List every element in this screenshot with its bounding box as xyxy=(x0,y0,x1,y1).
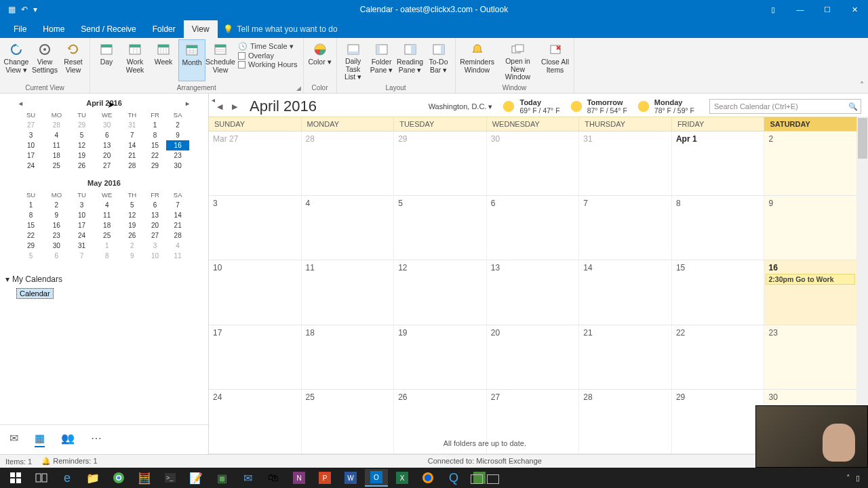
view-settings-button[interactable]: View Settings xyxy=(31,39,58,81)
mini-day[interactable]: 10 xyxy=(71,210,94,220)
mini-day[interactable]: 2 xyxy=(43,200,71,210)
mini-day[interactable]: 24 xyxy=(19,161,43,171)
mini-day[interactable]: 28 xyxy=(166,230,189,241)
day-cell[interactable]: 9 xyxy=(764,196,857,260)
more-nav-icon[interactable]: ⋯ xyxy=(91,432,102,447)
day-cell[interactable]: 15 xyxy=(672,260,765,324)
mini-day[interactable]: 12 xyxy=(121,210,144,220)
mini-day[interactable]: 10 xyxy=(19,140,43,150)
mini-day[interactable]: 21 xyxy=(121,150,144,161)
mini-day[interactable]: 26 xyxy=(121,230,144,241)
mini-day[interactable]: 17 xyxy=(71,220,94,230)
arrangement-dialog-launcher[interactable]: ◢ xyxy=(296,85,301,92)
day-cell[interactable]: 12 xyxy=(394,260,487,324)
status-reminders[interactable]: 🔔 Reminders: 1 xyxy=(41,457,97,466)
mini-day[interactable]: 23 xyxy=(166,150,189,161)
mini-day[interactable]: 15 xyxy=(19,220,43,230)
search-icon[interactable]: 🔍 xyxy=(848,102,858,111)
mail-nav-icon[interactable]: ✉ xyxy=(9,432,18,447)
mini-day[interactable]: 30 xyxy=(43,241,71,251)
mini-day[interactable]: 8 xyxy=(93,251,121,261)
mini-day[interactable]: 18 xyxy=(93,220,121,230)
mini-day[interactable]: 16 xyxy=(43,220,71,230)
day-cell[interactable]: Mar 27 xyxy=(209,131,302,195)
mini-day[interactable]: 25 xyxy=(43,161,71,171)
day-cell[interactable]: 10 xyxy=(209,260,302,324)
mini-day[interactable]: 29 xyxy=(19,241,43,251)
mini-day[interactable]: 17 xyxy=(19,150,43,161)
day-cell[interactable]: 2 xyxy=(764,131,857,195)
mini-day[interactable]: 22 xyxy=(144,150,167,161)
day-cell[interactable]: 28 xyxy=(302,131,395,195)
collapse-ribbon-icon[interactable]: ˄ xyxy=(860,81,864,90)
mini-day[interactable]: 5 xyxy=(19,251,43,261)
mini-day[interactable]: 31 xyxy=(121,120,144,130)
mini-day[interactable]: 20 xyxy=(93,150,121,161)
next-month-button[interactable]: ▶ xyxy=(232,102,237,111)
todo-bar-button[interactable]: To-Do Bar ▾ xyxy=(425,39,452,81)
day-cell[interactable]: 30 xyxy=(487,131,580,195)
people-nav-icon[interactable]: 👥 xyxy=(61,432,75,447)
mini-day[interactable]: 14 xyxy=(121,140,144,150)
mini-day[interactable]: 30 xyxy=(166,161,189,171)
tab-folder[interactable]: Folder xyxy=(144,20,184,38)
mini-day[interactable]: 2 xyxy=(166,120,189,130)
mini-day[interactable]: 1 xyxy=(144,120,167,130)
view-reading-button[interactable] xyxy=(487,474,499,484)
day-cell[interactable]: 162:30pm Go to Work xyxy=(764,260,857,324)
mini-day[interactable]: 31 xyxy=(71,241,94,251)
day-cell[interactable]: 5 xyxy=(394,196,487,260)
mini-day[interactable]: 11 xyxy=(43,140,71,150)
day-button[interactable]: Day xyxy=(93,39,120,81)
day-cell[interactable]: 19 xyxy=(394,325,487,389)
tell-me-search[interactable]: 💡 Tell me what you want to do xyxy=(218,20,343,38)
day-cell[interactable]: 20 xyxy=(487,325,580,389)
open-new-window-button[interactable]: Open in New Window xyxy=(498,39,538,81)
mini-day[interactable]: 5 xyxy=(121,200,144,210)
mini-day[interactable]: 19 xyxy=(71,150,94,161)
mini-day[interactable]: 29 xyxy=(144,161,167,171)
mini-day[interactable]: 11 xyxy=(93,210,121,220)
mini-day[interactable]: 6 xyxy=(43,251,71,261)
work-week-button[interactable]: Work Week xyxy=(121,39,149,81)
my-calendars-header[interactable]: ▾ My Calendars xyxy=(0,272,208,287)
mini-day[interactable]: 9 xyxy=(166,130,189,140)
mini-day[interactable]: 7 xyxy=(166,200,189,210)
tab-home[interactable]: Home xyxy=(35,20,73,38)
mini-next-button[interactable]: ▸ xyxy=(186,100,189,107)
mini-day[interactable]: 12 xyxy=(71,140,94,150)
mini-day[interactable]: 20 xyxy=(144,220,167,230)
mini-day[interactable]: 25 xyxy=(93,230,121,241)
mini-day[interactable]: 18 xyxy=(43,150,71,161)
schedule-view-button[interactable]: Schedule View xyxy=(207,39,234,81)
mini-day[interactable]: 21 xyxy=(166,220,189,230)
mini-day[interactable]: 11 xyxy=(166,251,189,261)
time-scale-button[interactable]: 🕓 Time Scale ▾ xyxy=(238,42,298,51)
tab-file[interactable]: File xyxy=(5,20,35,38)
task-view-button[interactable] xyxy=(30,469,53,487)
mini-day[interactable]: 14 xyxy=(166,210,189,220)
mini-day[interactable]: 7 xyxy=(121,130,144,140)
color-button[interactable]: Color ▾ xyxy=(307,39,334,81)
mini-day[interactable]: 3 xyxy=(144,241,167,251)
day-cell[interactable]: 11 xyxy=(302,260,395,324)
mini-day[interactable]: 23 xyxy=(43,230,71,241)
view-normal-button[interactable] xyxy=(471,474,483,484)
mini-day[interactable]: 16 xyxy=(166,140,189,150)
day-cell[interactable]: 3 xyxy=(209,196,302,260)
mini-day[interactable]: 4 xyxy=(93,200,121,210)
month-button[interactable]: Month xyxy=(178,39,205,81)
working-hours-checkbox[interactable]: Working Hours xyxy=(238,60,298,68)
ribbon-options-icon[interactable]: ▯ xyxy=(760,0,787,19)
qa-save-icon[interactable]: ▦ xyxy=(8,5,16,14)
week-button[interactable]: Week xyxy=(150,39,177,81)
mini-day[interactable]: 1 xyxy=(93,241,121,251)
day-cell[interactable]: 14 xyxy=(579,260,672,324)
reset-view-button[interactable]: Reset View xyxy=(60,39,87,81)
mini-day[interactable]: 4 xyxy=(166,241,189,251)
mini-day[interactable]: 27 xyxy=(144,230,167,241)
reminders-window-button[interactable]: Reminders Window xyxy=(458,39,496,81)
change-view-button[interactable]: Change View ▾ xyxy=(3,39,30,81)
edge-taskbar-icon[interactable]: e xyxy=(56,469,79,487)
folder-pane-button[interactable]: Folder Pane ▾ xyxy=(368,39,395,81)
